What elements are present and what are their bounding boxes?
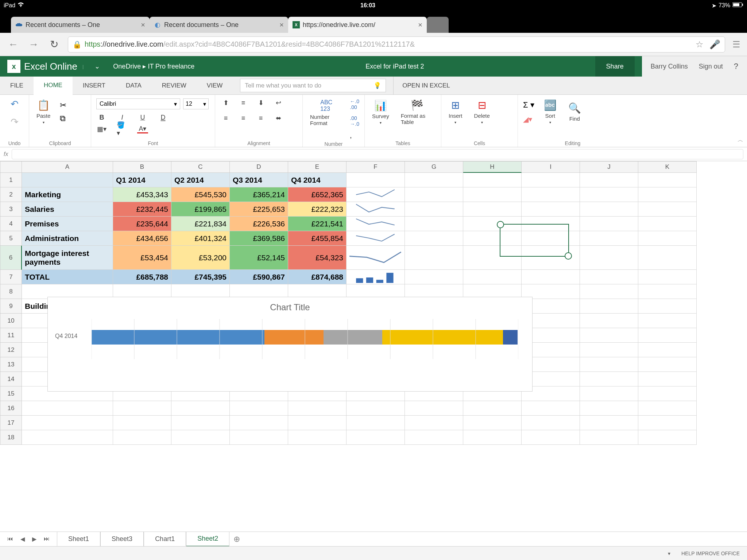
cell[interactable]: [22, 173, 113, 187]
cell[interactable]: £53,454: [113, 246, 171, 270]
cell[interactable]: [463, 187, 522, 202]
close-icon[interactable]: ×: [418, 21, 422, 29]
redo-icon[interactable]: ↷: [11, 116, 19, 128]
cell[interactable]: £401,324: [171, 231, 230, 246]
address-bar[interactable]: 🔒 https://onedrive.live.com/edit.aspx?ci…: [68, 36, 725, 52]
cell[interactable]: [463, 430, 522, 445]
row-header[interactable]: 16: [0, 401, 22, 416]
sheet-nav-last-icon[interactable]: ⏭: [44, 536, 50, 542]
cell[interactable]: £590,867: [230, 270, 288, 284]
align-top-icon[interactable]: ⬆: [220, 98, 231, 107]
align-right-icon[interactable]: ≡: [255, 114, 266, 122]
close-icon[interactable]: ×: [279, 21, 284, 29]
cell[interactable]: [22, 416, 113, 430]
sheet-nav-prev-icon[interactable]: ◀: [20, 536, 25, 542]
cell[interactable]: [638, 416, 697, 430]
decrease-decimal-icon[interactable]: .00→.0: [350, 115, 359, 127]
cell[interactable]: [638, 217, 697, 231]
format-as-table-button[interactable]: 🏁Format as Table: [399, 98, 436, 126]
wrap-text-icon[interactable]: ↩: [273, 98, 284, 107]
row-header[interactable]: 6: [0, 246, 22, 270]
cell[interactable]: [580, 372, 638, 386]
cell[interactable]: [113, 430, 171, 445]
back-icon[interactable]: ←: [7, 39, 20, 50]
bookmark-icon[interactable]: ☆: [696, 39, 704, 50]
column-header[interactable]: J: [580, 161, 638, 173]
cell[interactable]: [405, 187, 463, 202]
column-header[interactable]: E: [288, 161, 347, 173]
cell[interactable]: [638, 314, 697, 328]
tellme-input[interactable]: Tell me what you want to do 💡: [240, 79, 386, 92]
align-left-icon[interactable]: ≡: [220, 114, 231, 122]
cell[interactable]: [580, 284, 638, 299]
copy-icon[interactable]: ⧉: [60, 114, 66, 123]
increase-decimal-icon[interactable]: ←.0.00: [350, 98, 359, 110]
cell[interactable]: £745,395: [171, 270, 230, 284]
cell[interactable]: [405, 430, 463, 445]
cell[interactable]: [580, 430, 638, 445]
column-header[interactable]: I: [522, 161, 580, 173]
cell[interactable]: [230, 401, 288, 416]
cell[interactable]: [638, 187, 697, 202]
delete-button[interactable]: ⊟Delete▾: [472, 98, 492, 125]
cell[interactable]: [580, 187, 638, 202]
cell[interactable]: [288, 416, 347, 430]
row-header[interactable]: 9: [0, 299, 22, 314]
sort-button[interactable]: 🔤Sort▾: [542, 98, 559, 125]
sparkline-cell[interactable]: [347, 270, 405, 284]
cell[interactable]: £235,644: [113, 217, 171, 231]
number-format-button[interactable]: ABC123 Number Format: [308, 98, 345, 127]
cell[interactable]: [405, 401, 463, 416]
forward-icon[interactable]: →: [27, 39, 40, 50]
cell[interactable]: £225,653: [230, 202, 288, 217]
sparkline-cell[interactable]: [347, 187, 405, 202]
paste-button[interactable]: 📋 Paste ▾: [34, 98, 53, 125]
cut-icon[interactable]: ✂: [60, 101, 66, 110]
cell[interactable]: [638, 246, 697, 270]
browser-tab-active[interactable]: X https://onedrive.live.com/ ×: [288, 17, 427, 33]
cell[interactable]: [463, 217, 522, 231]
cell[interactable]: [113, 401, 171, 416]
cell[interactable]: [638, 401, 697, 416]
new-tab-button[interactable]: [427, 17, 449, 33]
cell[interactable]: £434,656: [113, 231, 171, 246]
cell[interactable]: [580, 401, 638, 416]
cell[interactable]: [638, 343, 697, 357]
cell[interactable]: [347, 430, 405, 445]
cell[interactable]: [22, 401, 113, 416]
font-color-button[interactable]: A▾: [137, 125, 148, 133]
percentage-icon[interactable]: ,: [350, 132, 359, 140]
cell[interactable]: [580, 299, 638, 314]
cell[interactable]: [463, 173, 522, 187]
cell[interactable]: £52,145: [230, 246, 288, 270]
double-underline-button[interactable]: D: [158, 113, 169, 122]
cell[interactable]: [230, 416, 288, 430]
cell[interactable]: [405, 231, 463, 246]
cell[interactable]: £685,788: [113, 270, 171, 284]
reload-icon[interactable]: ↻: [47, 38, 61, 50]
cell[interactable]: £453,343: [113, 187, 171, 202]
row-header[interactable]: 1: [0, 173, 22, 187]
cell[interactable]: [522, 202, 580, 217]
row-header[interactable]: 8: [0, 284, 22, 299]
fontsize-select[interactable]: 12▾: [183, 98, 209, 109]
cell[interactable]: Q4 2014: [288, 173, 347, 187]
cell[interactable]: £652,365: [288, 187, 347, 202]
sparkline-cell[interactable]: [347, 231, 405, 246]
cell[interactable]: £545,530: [171, 187, 230, 202]
sheet-tab[interactable]: Sheet3: [100, 532, 144, 547]
add-sheet-button[interactable]: ⊕: [229, 534, 244, 544]
ribbon-tab-view[interactable]: VIEW: [197, 77, 233, 94]
cell[interactable]: [347, 416, 405, 430]
align-middle-icon[interactable]: ≡: [238, 98, 249, 107]
row-header[interactable]: 4: [0, 217, 22, 231]
cell[interactable]: £221,541: [288, 217, 347, 231]
sparkline-cell[interactable]: [347, 202, 405, 217]
cell[interactable]: [463, 246, 522, 270]
cell[interactable]: [580, 343, 638, 357]
cell[interactable]: [463, 401, 522, 416]
open-in-excel[interactable]: OPEN IN EXCEL: [393, 77, 458, 94]
breadcrumb[interactable]: OneDrive ▸ IT Pro freelance: [113, 62, 194, 70]
row-header[interactable]: 18: [0, 430, 22, 445]
help-icon[interactable]: ?: [734, 62, 738, 71]
